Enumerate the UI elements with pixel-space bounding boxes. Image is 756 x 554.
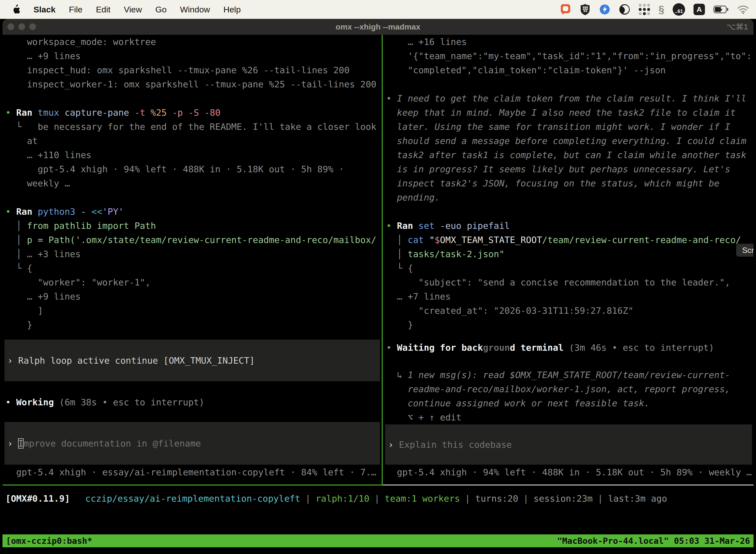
omx-session-time: session:23m — [533, 493, 592, 504]
terminal-line: ] — [2, 303, 381, 318]
terminal-line: gpt-5.4 xhigh · essay/ai-reimplementatio… — [2, 465, 381, 479]
terminal-line: } — [2, 318, 381, 332]
prompt-input-box[interactable]: › Ralph loop active continue [OMX_TMUX_I… — [4, 340, 380, 381]
omx-version: [OMX#0.11.9] — [5, 493, 70, 504]
menu-help[interactable]: Help — [217, 5, 248, 14]
title-bar[interactable]: omx --xhigh --madmax ⌥⌘1 — [2, 19, 754, 35]
terminal-line: task2 after task1 is complete, but can I… — [383, 148, 754, 162]
prompt-input-box[interactable]: › Improve documentation in @filename — [4, 422, 380, 465]
terminal-line: • Ran set -euo pipefail — [383, 219, 754, 233]
terminal-line: "subject": "send a concise recommendatio… — [383, 275, 754, 289]
terminal-line: … +7 lines — [383, 289, 754, 303]
blank-line — [383, 205, 754, 219]
terminal-line: gpt-5.4 xhigh · 94% left · 488K in · 5.1… — [2, 162, 381, 176]
terminal-line: is in progress? It seems likely but perh… — [383, 162, 754, 176]
terminal-line: └ { — [2, 261, 381, 275]
left-terminal-pane[interactable]: workspace_mode: worktree … +9 lines insp… — [2, 35, 381, 485]
terminal-line: '{"team_name":"my-team","task_id":"1","f… — [383, 49, 754, 63]
terminal-line: later. Using the same for transition mig… — [383, 120, 754, 134]
apple-logo-icon — [12, 4, 20, 14]
omx-status-line: [OMX#0.11.9] cczip/essay/ai-reimplementa… — [2, 491, 754, 506]
omx-ralph-counter: ralph:1/10 — [315, 493, 369, 504]
terminal-line: pending. — [383, 190, 754, 205]
terminal-line: … +110 lines — [2, 148, 381, 162]
terminal-line: • I need to get the claim token from the… — [383, 91, 754, 106]
terminal-line: should send a message before completing … — [383, 134, 754, 148]
terminal-line: │ p = Path('.omx/state/team/review-curre… — [2, 233, 381, 247]
right-pane-bottom-border — [383, 485, 754, 486]
terminal-line: └ be necessary for the end of the README… — [2, 120, 381, 134]
menu-edit[interactable]: Edit — [89, 5, 117, 14]
terminal-line: at — [2, 134, 381, 148]
terminal-line: • Ran python3 - <<'PY' — [2, 205, 381, 219]
omx-project: cczip/essay/ai-reimplementation-copyleft — [85, 493, 300, 504]
terminal-line: gpt-5.4 xhigh · 94% left · 488K in · 5.1… — [383, 465, 754, 479]
menu-go[interactable]: Go — [148, 5, 173, 14]
tmux-session-name[interactable]: [omx-cczip0:bash* — [6, 536, 92, 546]
input-source-icon[interactable]: A — [693, 4, 705, 15]
omx-team-workers: team:1 workers — [385, 493, 460, 504]
terminal-line: keep that in mind. Maybe I also need the… — [383, 106, 754, 120]
terminal-line: • Working (6m 38s • esc to interrupt) — [2, 395, 381, 409]
terminal-line: weekly … — [2, 176, 381, 190]
prompt-text: › Improve documentation in @filename — [4, 436, 201, 450]
right-terminal-pane[interactable]: … +16 lines '{"team_name":"my-team","tas… — [383, 35, 754, 485]
terminal-line: inspect_hud: omx sparkshell --tmux-pane … — [2, 63, 381, 77]
terminal-line: workspace_mode: worktree — [2, 35, 381, 49]
terminal-window: omx --xhigh --madmax ⌥⌘1 workspace_mode:… — [2, 19, 754, 551]
terminal-line: "created_at": "2026-03-31T11:59:27.816Z" — [383, 303, 754, 318]
prompt-text: › Explain this codebase — [385, 438, 512, 452]
screen-share-pill[interactable]: Scre — [736, 244, 754, 257]
terminal-line: ↳ 1 new msg(s): read $OMX_TEAM_STATE_ROO… — [383, 368, 754, 382]
terminal-line: "completed","claim_token":"claim-token"}… — [383, 63, 754, 77]
battery-charging-icon[interactable] — [713, 5, 729, 14]
chat-app-icon[interactable] — [560, 4, 571, 15]
terminal-line: inspect task2's JSON, focusing on the st… — [383, 176, 754, 190]
prompt-text: › Ralph loop active continue [OMX_TMUX_I… — [4, 353, 255, 368]
terminal-line: … +16 lines — [383, 35, 754, 49]
omx-turns: turns:20 — [475, 493, 518, 504]
window-shortcut-badge: ⌥⌘1 — [727, 19, 748, 35]
apple-menu[interactable] — [7, 4, 27, 14]
terminal-line: │ cat "$OMX_TEAM_STATE_ROOT/team/review-… — [383, 233, 754, 247]
terminal-line: └ { — [383, 261, 754, 275]
grid-dots-icon[interactable] — [639, 4, 650, 15]
prompt-input-box[interactable]: › Explain this codebase — [385, 425, 752, 465]
menu-file[interactable]: File — [62, 5, 89, 14]
hook-utility-icon[interactable]: § — [658, 3, 664, 15]
menu-view[interactable]: View — [117, 5, 148, 14]
terminal-line: } — [383, 318, 754, 332]
terminal-line: │ from pathlib import Path — [2, 219, 381, 233]
terminal-line: │ … +3 lines — [2, 247, 381, 261]
pane-divider[interactable] — [382, 35, 383, 486]
terminal-line: • Ran tmux capture-pane -t %25 -p -S -80 — [2, 106, 381, 120]
speed-bolt-icon[interactable] — [599, 4, 611, 15]
window-title: omx --xhigh --madmax — [2, 19, 754, 35]
timer-badge-icon[interactable]: ..61 — [673, 3, 685, 16]
blank-line — [2, 190, 381, 205]
left-pane-bottom-border — [2, 485, 383, 486]
menu-bar: Slack File Edit View Go Window Help § ..… — [0, 0, 756, 19]
terminal-line: readme-and-reco/mailbox/worker-1.json, a… — [383, 382, 754, 396]
tmux-status-bar: [omx-cczip0:bash* "MacBook-Pro-44.local"… — [2, 535, 754, 547]
terminal-line: inspect_worker-1: omx sparkshell --tmux-… — [2, 77, 381, 91]
menu-window[interactable]: Window — [173, 5, 217, 14]
terminal-line: "worker": "worker-1", — [2, 275, 381, 289]
terminal-line: │ tasks/task-2.json" — [383, 247, 754, 261]
wifi-icon[interactable] — [737, 5, 749, 14]
moon-app-icon[interactable] — [619, 4, 630, 15]
app-menu-slack[interactable]: Slack — [27, 5, 62, 14]
terminal-line: • Waiting for background terminal (3m 46… — [383, 340, 754, 355]
tmux-host-clock: "MacBook-Pro-44.local" 05:03 31-Mar-26 — [557, 536, 750, 546]
terminal-line: ⌥ + ↑ edit — [383, 410, 754, 425]
omx-last-activity: last:3m ago — [608, 493, 667, 504]
terminal-line: … +9 lines — [2, 49, 381, 63]
terminal-line: … +9 lines — [2, 289, 381, 303]
blank-line — [2, 91, 381, 106]
blank-line — [383, 77, 754, 91]
privacy-shield-icon[interactable] — [580, 3, 590, 15]
terminal-line: continue assigned work or next feasible … — [383, 396, 754, 410]
